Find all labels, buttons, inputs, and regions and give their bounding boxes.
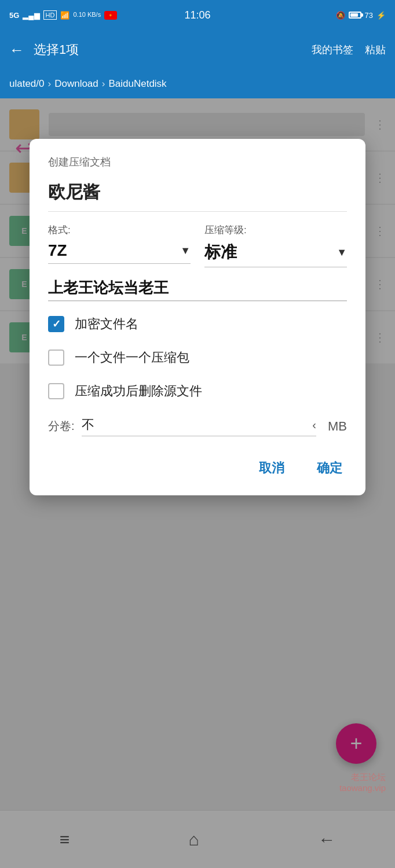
battery-level: 73 <box>365 11 373 20</box>
level-dropdown-arrow: ▼ <box>337 247 347 259</box>
back-button[interactable]: ← <box>9 41 24 59</box>
volume-label: 分卷: <box>48 418 75 434</box>
status-time: 11:06 <box>184 9 210 21</box>
archive-filename: 欧尼酱 <box>48 181 347 204</box>
dialog-title: 创建压缩文档 <box>48 155 347 169</box>
wifi-icon: 📶 <box>60 11 70 20</box>
checkbox-row-3: 压缩成功后删除源文件 <box>48 382 347 400</box>
divider-2 <box>48 301 347 301</box>
watermark-line2: taowang.vip <box>339 783 386 793</box>
format-level-row: 格式: 7Z ▼ 压缩等级: 标准 ▼ <box>48 223 347 267</box>
delete-source-checkbox[interactable] <box>48 383 64 399</box>
password-input[interactable] <box>48 279 347 301</box>
create-archive-dialog: 创建压缩文档 欧尼酱 格式: 7Z ▼ 压缩等级: 标准 ▼ 加密文件名 一个文… <box>30 139 365 495</box>
format-label: 格式: <box>48 223 191 237</box>
signal-icon: 5G <box>9 11 19 20</box>
checkbox-row-1: 加密文件名 <box>48 315 347 333</box>
format-value: 7Z <box>48 241 175 260</box>
nav-title: 选择1项 <box>34 41 305 58</box>
data-speed: 0.10 KB/s <box>73 11 101 19</box>
format-select[interactable]: 7Z ▼ <box>48 241 191 264</box>
breadcrumb-part2[interactable]: Download <box>54 78 98 90</box>
nav-actions: 我的书签 粘贴 <box>312 43 386 57</box>
level-value: 标准 <box>204 241 332 263</box>
one-file-one-archive-checkbox[interactable] <box>48 350 64 366</box>
mute-icon: 🔕 <box>336 11 345 20</box>
app-badge: 🔸 <box>104 11 117 20</box>
charging-icon: ⚡ <box>376 11 386 20</box>
signal-bars: ▂▄▆ <box>23 11 39 20</box>
format-dropdown-arrow: ▼ <box>180 245 191 257</box>
level-field: 压缩等级: 标准 ▼ <box>204 223 347 267</box>
watermark-line1: 老王论坛 <box>339 772 386 783</box>
hd-badge: HD <box>43 10 57 20</box>
status-left: 5G ▂▄▆ HD 📶 0.10 KB/s 🔸 <box>9 10 117 20</box>
dialog-buttons: 取消 确定 <box>48 455 347 481</box>
breadcrumb: ulated/0 › Download › BaiduNetdisk <box>0 69 395 98</box>
battery-icon <box>349 12 361 19</box>
format-field: 格式: 7Z ▼ <box>48 223 191 264</box>
divider-1 <box>48 211 347 212</box>
confirm-button[interactable]: 确定 <box>312 455 347 481</box>
breadcrumb-sep1: › <box>48 78 52 90</box>
checkbox-row-2: 一个文件一个压缩包 <box>48 349 347 366</box>
watermark: 老王论坛 taowang.vip <box>339 772 386 793</box>
level-label: 压缩等级: <box>204 223 347 237</box>
volume-input-wrapper[interactable]: 不 ‹ <box>82 416 316 436</box>
cancel-button[interactable]: 取消 <box>254 455 289 481</box>
nav-bar: ← 选择1项 我的书签 粘贴 <box>0 30 395 69</box>
breadcrumb-sep2: › <box>102 78 105 90</box>
status-bar: 5G ▂▄▆ HD 📶 0.10 KB/s 🔸 11:06 🔕 73 ⚡ <box>0 0 395 30</box>
volume-row: 分卷: 不 ‹ MB <box>48 416 347 436</box>
encrypt-filename-label: 加密文件名 <box>75 315 138 333</box>
level-select[interactable]: 标准 ▼ <box>204 241 347 267</box>
breadcrumb-part1[interactable]: ulated/0 <box>9 78 45 90</box>
volume-value: 不 <box>82 416 313 433</box>
one-file-one-archive-label: 一个文件一个压缩包 <box>75 349 189 366</box>
bookmark-button[interactable]: 我的书签 <box>312 43 353 57</box>
encrypt-filename-checkbox[interactable] <box>48 316 64 332</box>
volume-unit: MB <box>328 419 347 434</box>
delete-source-label: 压缩成功后删除源文件 <box>75 382 202 400</box>
paste-button[interactable]: 粘贴 <box>365 43 386 57</box>
volume-arrow-icon: ‹ <box>312 418 316 432</box>
status-right: 🔕 73 ⚡ <box>336 11 386 20</box>
breadcrumb-part3[interactable]: BaiduNetdisk <box>108 78 166 90</box>
